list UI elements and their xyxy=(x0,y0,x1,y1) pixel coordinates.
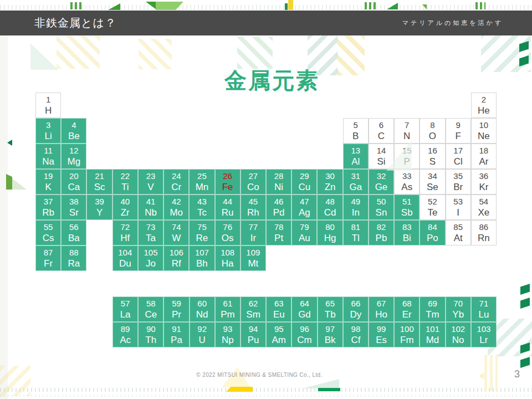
element-number: 59 xyxy=(172,298,181,309)
copyright: © 2022 MITSUI MINING & SMELTING Co., Ltd… xyxy=(0,372,519,378)
element-number: 8 xyxy=(430,120,434,130)
element-symbol: Pb xyxy=(376,232,387,244)
element-mg: 12Mg xyxy=(61,144,86,169)
element-symbol: Se xyxy=(427,181,438,193)
element-te: 52Te xyxy=(420,195,445,220)
element-b: 5B xyxy=(343,118,369,144)
element-ti: 22Ti xyxy=(112,169,138,195)
element-symbol: He xyxy=(478,105,490,116)
element-u: 92U xyxy=(190,322,215,347)
element-os: 76Os xyxy=(215,220,241,245)
element-symbol: B xyxy=(352,130,359,142)
element-ra: 88Ra xyxy=(61,245,86,271)
element-y: 39Y xyxy=(86,195,112,220)
element-number: 31 xyxy=(351,171,360,181)
element-tl: 81Tl xyxy=(343,220,369,245)
element-symbol: F xyxy=(455,130,461,142)
element-symbol: Tc xyxy=(197,207,207,218)
decor-chevron xyxy=(519,55,529,66)
element-number: 6 xyxy=(379,120,383,130)
element-es: 99Es xyxy=(369,322,394,347)
element-symbol: U xyxy=(199,334,206,346)
element-ir: 77Ir xyxy=(241,220,266,245)
element-number: 70 xyxy=(453,298,463,309)
element-symbol: Tm xyxy=(426,309,439,320)
element-w: 74W xyxy=(163,220,189,245)
element-number: 84 xyxy=(428,222,437,232)
decor-chevron xyxy=(520,298,530,309)
element-number: 100 xyxy=(400,324,414,334)
decor-yellow-bar xyxy=(288,0,293,10)
element-number: 79 xyxy=(300,222,309,232)
element-symbol: P xyxy=(404,156,410,167)
element-au: 79Au xyxy=(291,220,317,245)
element-symbol: Du xyxy=(119,258,131,269)
element-ge: 32Ge xyxy=(369,169,394,195)
element-symbol: Ac xyxy=(120,334,131,346)
element-number: 51 xyxy=(402,196,412,207)
decor-chevron xyxy=(519,41,529,52)
element-cs: 55Cs xyxy=(35,220,61,245)
element-number: 60 xyxy=(197,298,207,309)
element-ba: 56Ba xyxy=(61,220,86,245)
element-number: 61 xyxy=(223,298,233,309)
element-number: 91 xyxy=(172,324,181,334)
element-number: 36 xyxy=(479,171,489,181)
element-fe: 26Fe xyxy=(215,169,241,195)
element-number: 90 xyxy=(146,324,156,334)
element-symbol: Mn xyxy=(196,181,209,193)
element-n: 7N xyxy=(394,118,420,144)
element-sm: 62Sm xyxy=(241,296,266,322)
element-er: 68Er xyxy=(394,296,420,322)
element-pt: 78Pt xyxy=(266,220,291,245)
element-number: 3 xyxy=(46,120,50,130)
element-lu: 71Lu xyxy=(471,296,497,322)
element-v: 23V xyxy=(138,169,163,195)
element-symbol: Xe xyxy=(478,207,489,218)
element-symbol: Ag xyxy=(299,207,310,218)
element-ar: 18Ar xyxy=(471,144,497,169)
element-symbol: I xyxy=(457,207,459,218)
element-number: 65 xyxy=(325,298,335,309)
element-k: 19K xyxy=(35,169,61,195)
element-symbol: Be xyxy=(68,130,80,142)
element-symbol: N xyxy=(403,130,410,142)
element-number: 99 xyxy=(377,324,386,334)
element-symbol: O xyxy=(429,130,436,142)
decor-pale-stripes xyxy=(0,366,30,396)
element-number: 95 xyxy=(274,324,284,334)
element-i: 53I xyxy=(446,195,471,220)
element-number: 9 xyxy=(456,120,460,130)
element-number: 63 xyxy=(274,298,284,309)
decor-green-bars xyxy=(365,2,377,9)
decor-left-flag-triangle xyxy=(12,178,27,190)
page-number: 3 xyxy=(514,369,520,380)
element-number: 20 xyxy=(69,171,79,181)
element-symbol: V xyxy=(147,181,154,193)
element-symbol: Ti xyxy=(121,181,129,193)
slide: 非鉄金属とは？ マテリアルの知恵を活かす 金属元素 1H2He3Li4Be5B6… xyxy=(0,0,532,399)
decor-bottom-ticks xyxy=(0,395,532,397)
element-number: 32 xyxy=(377,171,386,181)
element-hf: 72Hf xyxy=(112,220,138,245)
decor-top-ticks xyxy=(0,5,532,10)
element-number: 39 xyxy=(95,196,104,207)
element-am: 95Am xyxy=(266,322,291,347)
element-symbol: Ni xyxy=(274,181,283,193)
element-number: 7 xyxy=(405,120,409,130)
element-rn: 86Rn xyxy=(471,220,497,245)
element-number: 10 xyxy=(479,120,489,130)
element-si: 14Si xyxy=(369,144,394,169)
element-number: 66 xyxy=(351,298,361,309)
element-dy: 66Dy xyxy=(343,296,369,322)
element-number: 57 xyxy=(121,298,130,309)
element-number: 77 xyxy=(249,222,258,232)
decor-green-bars xyxy=(475,2,485,9)
element-number: 27 xyxy=(249,171,258,181)
element-symbol: S xyxy=(429,156,436,167)
element-tb: 65Tb xyxy=(318,296,343,322)
element-li: 3Li xyxy=(35,118,61,144)
element-ne: 10Ne xyxy=(471,118,497,144)
element-symbol: Pd xyxy=(273,207,285,218)
element-symbol: Cd xyxy=(324,207,336,218)
